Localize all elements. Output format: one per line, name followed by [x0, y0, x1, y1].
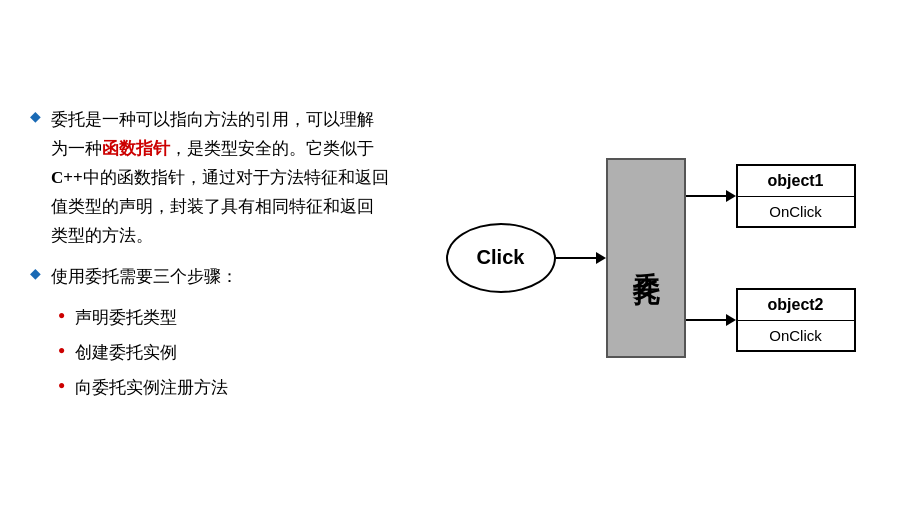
main-container: ◆ 委托是一种可以指向方法的引用，可以理解为一种函数指针，是类型安全的。它类似于… [0, 0, 921, 515]
right-panel: Click 委托 object1 [410, 20, 891, 495]
text-after-red: ，是类型安全的。它类似于 [170, 139, 374, 158]
object1-row: object1 OnClick [686, 164, 856, 228]
weitu-label: 委托 [628, 250, 663, 266]
object1-box: object1 OnClick [736, 164, 856, 228]
sub-item-2: ● 创建委托实例 [30, 339, 390, 368]
h-line-3 [686, 319, 726, 321]
object1-method: OnClick [738, 197, 854, 226]
diagram: Click 委托 object1 [446, 158, 856, 358]
arrowhead-1 [596, 252, 606, 264]
text-bold-cpp: C++ [51, 168, 83, 187]
diamond-icon-2: ◆ [30, 265, 41, 282]
h-line-2 [686, 195, 726, 197]
arrow-to-object1 [686, 190, 736, 202]
text-block-2: 使用委托需要三个步骤： [51, 263, 238, 292]
arrow-to-object2 [686, 314, 736, 326]
weitu-rect: 委托 [606, 158, 686, 358]
object2-row: object2 OnClick [686, 288, 856, 352]
object1-name: object1 [738, 166, 854, 197]
round-icon-2: ● [58, 343, 65, 358]
h-line-1 [556, 257, 596, 259]
sub-item-1: ● 声明委托类型 [30, 304, 390, 333]
object2-name: object2 [738, 290, 854, 321]
click-ellipse: Click [446, 223, 556, 293]
click-label: Click [477, 246, 525, 269]
text-after-bold: 中的函数指针，通过对于方法特征和返回值类型的声明，封装了具有相同特征和返回类型的… [51, 168, 389, 245]
object2-method: OnClick [738, 321, 854, 350]
sub-text-3: 向委托实例注册方法 [75, 374, 228, 403]
left-panel: ◆ 委托是一种可以指向方法的引用，可以理解为一种函数指针，是类型安全的。它类似于… [30, 106, 410, 408]
arrowhead-3 [726, 314, 736, 326]
diamond-icon-1: ◆ [30, 108, 41, 125]
text-red: 函数指针 [102, 139, 170, 158]
sub-text-2: 创建委托实例 [75, 339, 177, 368]
arrow-click-to-weitu [556, 252, 606, 264]
arrowhead-2 [726, 190, 736, 202]
round-icon-3: ● [58, 378, 65, 393]
sub-text-1: 声明委托类型 [75, 304, 177, 333]
objects-column: object1 OnClick object2 OnClick [686, 164, 856, 352]
sub-item-3: ● 向委托实例注册方法 [30, 374, 390, 403]
object2-box: object2 OnClick [736, 288, 856, 352]
text-block-1: 委托是一种可以指向方法的引用，可以理解为一种函数指针，是类型安全的。它类似于C+… [51, 106, 390, 250]
bullet-2: ◆ 使用委托需要三个步骤： [30, 263, 390, 292]
round-icon-1: ● [58, 308, 65, 323]
bullet-1: ◆ 委托是一种可以指向方法的引用，可以理解为一种函数指针，是类型安全的。它类似于… [30, 106, 390, 250]
